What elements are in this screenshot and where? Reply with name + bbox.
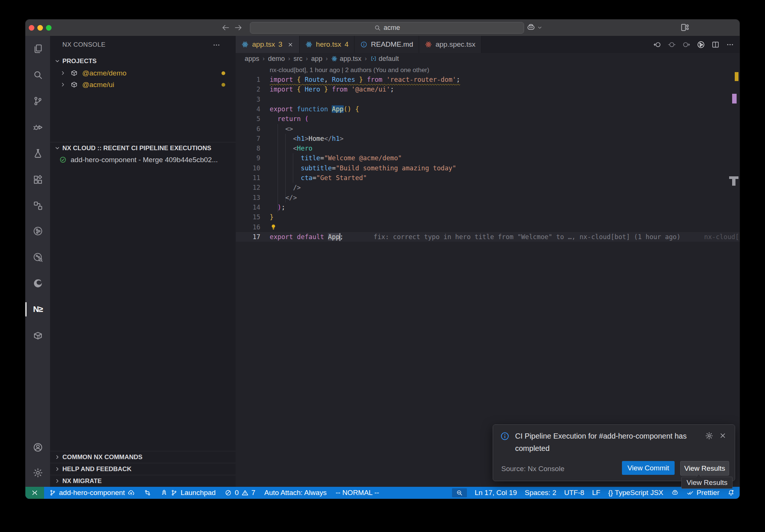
activity-item-project-graph[interactable] xyxy=(25,197,50,214)
status-item-launchpad[interactable]: Launchpad xyxy=(160,489,216,497)
status-item-auto-attach[interactable]: Auto Attach: Always xyxy=(264,489,327,497)
section-projects[interactable]: PROJECTS xyxy=(50,55,236,67)
breadcrumb-item-demo[interactable]: demo xyxy=(268,55,285,63)
close-icon[interactable] xyxy=(719,432,727,440)
activity-item-accounts[interactable] xyxy=(25,439,50,455)
activity-item-search[interactable] xyxy=(25,66,50,83)
activity-item-testing[interactable] xyxy=(25,145,50,161)
activity-item-edge-browser[interactable] xyxy=(25,275,50,291)
command-center-search[interactable]: acme xyxy=(250,22,524,34)
nx-project-graph-run-icon[interactable] xyxy=(697,40,705,49)
section-help-and-feedback[interactable]: HELP AND FEEDBACK xyxy=(50,463,236,475)
code-area[interactable]: nx-cloud[bot], 1 hour ago | 2 authors (Y… xyxy=(236,64,740,487)
tab-app.spec.tsx[interactable]: app.spec.tsx xyxy=(419,36,481,53)
status-item-git-compare[interactable] xyxy=(144,489,151,497)
split-editor-icon[interactable] xyxy=(711,40,720,49)
tab-README.md[interactable]: README.md xyxy=(354,36,419,53)
status-item-problems[interactable]: 07 xyxy=(224,489,255,497)
pipeline-execution-item[interactable]: add-hero-component - Merge 409b44e5cb02.… xyxy=(50,154,236,166)
toggle-panel-bottom-icon[interactable] xyxy=(709,23,719,32)
zoom-window-button[interactable] xyxy=(46,25,52,31)
line-number: 15 xyxy=(236,212,260,222)
section-nx-migrate[interactable]: NX MIGRATE xyxy=(50,475,236,487)
toggle-panel-right-icon[interactable] xyxy=(724,23,733,32)
view-results-button[interactable]: View Results xyxy=(680,461,729,476)
code-line-10[interactable]: 10 subtitle="Build something amazing tod… xyxy=(236,163,740,173)
history-back-icon[interactable] xyxy=(221,23,230,32)
breadcrumb-item-app.tsx[interactable]: app.tsx xyxy=(331,55,361,63)
breadcrumb-item-default[interactable]: default xyxy=(370,55,399,63)
project-row[interactable]: @acme/demo xyxy=(50,67,236,79)
project-row[interactable]: @acme/ui xyxy=(50,79,236,90)
status-item-copilot[interactable] xyxy=(671,489,679,497)
code-line-9[interactable]: 9 title="Welcome @acme/demo" xyxy=(236,153,740,163)
error-circle-icon xyxy=(224,489,232,497)
status-item-branch[interactable]: add-hero-component xyxy=(49,489,135,497)
activity-item-run-and-debug[interactable] xyxy=(25,119,50,135)
double-check-icon xyxy=(687,489,694,497)
navigate-back-icon[interactable] xyxy=(653,40,662,49)
status-item-indentation[interactable]: Spaces: 2 xyxy=(525,489,557,497)
view-commit-button[interactable]: View Commit xyxy=(622,461,675,475)
customize-layout-icon[interactable] xyxy=(680,23,690,32)
run-marker-next-icon[interactable] xyxy=(682,40,691,49)
line-number: 12 xyxy=(236,183,260,192)
notification-settings-icon[interactable] xyxy=(705,432,713,440)
code-line-12[interactable]: 12 /> xyxy=(236,183,740,192)
copilot-menu[interactable] xyxy=(526,23,543,32)
breadcrumb-item-app[interactable]: app xyxy=(311,55,322,63)
lightbulb-icon[interactable] xyxy=(270,223,277,231)
history-forward-icon[interactable] xyxy=(234,23,243,32)
line-number: 10 xyxy=(236,163,260,173)
run-marker-prev-icon[interactable] xyxy=(668,40,676,49)
more-actions-icon[interactable] xyxy=(726,40,734,49)
status-item-language-mode[interactable]: {} TypeScript JSX xyxy=(608,489,663,497)
code-line-5[interactable]: 5 return ( xyxy=(236,114,740,124)
activity-item-containers[interactable] xyxy=(25,327,50,344)
tab-label: README.md xyxy=(371,40,413,49)
status-item-encoding[interactable]: UTF-8 xyxy=(564,489,584,497)
tab-app.tsx[interactable]: app.tsx3 xyxy=(236,36,300,53)
code-line-13[interactable]: 13 </> xyxy=(236,193,740,202)
code-line-16[interactable]: 16 xyxy=(236,222,740,232)
breadcrumb-item-apps[interactable]: apps xyxy=(245,55,259,63)
activity-item-nx-graph-search[interactable] xyxy=(25,249,50,265)
code-line-11[interactable]: 11 cta="Get Started" xyxy=(236,173,740,183)
close-tab-icon[interactable] xyxy=(287,41,294,48)
close-window-button[interactable] xyxy=(29,25,34,31)
breadcrumb-label: app xyxy=(311,55,322,63)
tab-hero.tsx[interactable]: hero.tsx4 xyxy=(300,36,354,53)
breadcrumb-item-src[interactable]: src xyxy=(294,55,303,63)
status-item-zoom-out[interactable] xyxy=(452,488,467,497)
code-line-14[interactable]: 14 ); xyxy=(236,202,740,212)
toggle-panel-left-icon[interactable] xyxy=(695,23,704,32)
status-item-notifications-bell[interactable] xyxy=(727,489,735,497)
minimize-window-button[interactable] xyxy=(37,25,43,31)
code-line-15[interactable]: 15} xyxy=(236,212,740,222)
view-results-tooltip: View Results xyxy=(681,477,733,489)
activity-item-source-control[interactable] xyxy=(25,93,50,109)
status-item-vim-mode[interactable]: -- NORMAL -- xyxy=(335,489,379,497)
code-text: return ( xyxy=(270,114,309,124)
code-line-3[interactable]: 3 xyxy=(236,95,740,104)
activity-item-nx-cloud-graph[interactable] xyxy=(25,223,50,239)
activity-item-settings[interactable] xyxy=(25,464,50,481)
code-line-1[interactable]: 1import { Route, Routes } from 'react-ro… xyxy=(236,75,740,84)
code-line-6[interactable]: 6 <> xyxy=(236,124,740,134)
status-item-eol[interactable]: LF xyxy=(592,489,600,497)
code-line-8[interactable]: 8 <Hero xyxy=(236,143,740,153)
activity-item-explorer[interactable] xyxy=(25,40,50,57)
breadcrumb-label: default xyxy=(379,55,399,63)
status-item-formatter[interactable]: Prettier xyxy=(687,489,719,497)
activity-item-nx-console[interactable]: N≥ xyxy=(25,301,50,318)
code-line-4[interactable]: 4export function App() { xyxy=(236,104,740,114)
section-nx-cloud[interactable]: NX CLOUD :: RECENT CI PIPELINE EXECUTION… xyxy=(50,142,236,154)
remote-indicator[interactable] xyxy=(25,487,44,499)
code-line-7[interactable]: 7 <h1>Home</h1> xyxy=(236,134,740,143)
code-line-2[interactable]: 2import { Hero } from '@acme/ui'; xyxy=(236,84,740,94)
more-actions-icon[interactable] xyxy=(212,41,221,49)
code-line-17[interactable]: 17export default App;fix: correct typo i… xyxy=(236,232,740,242)
section-common-nx-commands[interactable]: COMMON NX COMMANDS xyxy=(50,451,236,463)
activity-item-extensions[interactable] xyxy=(25,171,50,188)
status-item-cursor-position[interactable]: Ln 17, Col 19 xyxy=(475,489,517,497)
